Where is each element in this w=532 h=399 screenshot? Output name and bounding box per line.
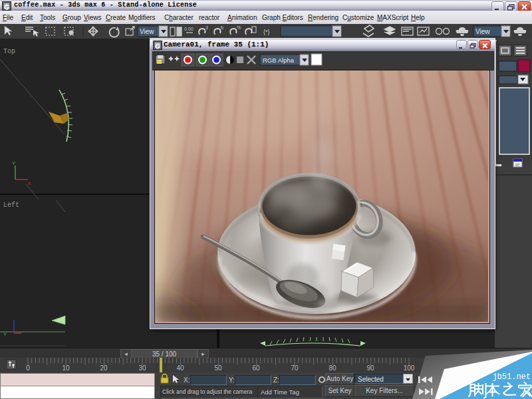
svg-text:Y: Y <box>12 160 16 166</box>
svg-text:20: 20 <box>100 364 108 372</box>
svg-text:0: 0 <box>26 364 30 372</box>
svg-text:40: 40 <box>176 364 184 372</box>
svg-text:RGB Alpha: RGB Alpha <box>263 57 295 64</box>
svg-text:30: 30 <box>138 364 146 372</box>
svg-text:%: % <box>237 25 241 30</box>
svg-text:70: 70 <box>291 364 299 372</box>
svg-text:Top: Top <box>3 48 15 55</box>
svg-text:{*}: {*} <box>263 29 270 35</box>
svg-text:80: 80 <box>329 364 336 372</box>
svg-text:3: 3 <box>205 25 208 30</box>
svg-text:90: 90 <box>366 364 374 372</box>
svg-text:50: 50 <box>214 364 222 372</box>
svg-text:60: 60 <box>252 364 260 372</box>
svg-text:jb51.net: jb51.net <box>492 372 531 382</box>
svg-text:View: View <box>475 28 490 35</box>
svg-text:Left: Left <box>3 201 19 209</box>
svg-text:x: x <box>28 180 31 186</box>
svg-text:Y: Y <box>3 331 7 337</box>
svg-text:b: b <box>221 25 223 30</box>
svg-text:View: View <box>140 28 154 35</box>
svg-text:0.00: 0.00 <box>184 27 194 31</box>
svg-text:10: 10 <box>62 364 70 372</box>
